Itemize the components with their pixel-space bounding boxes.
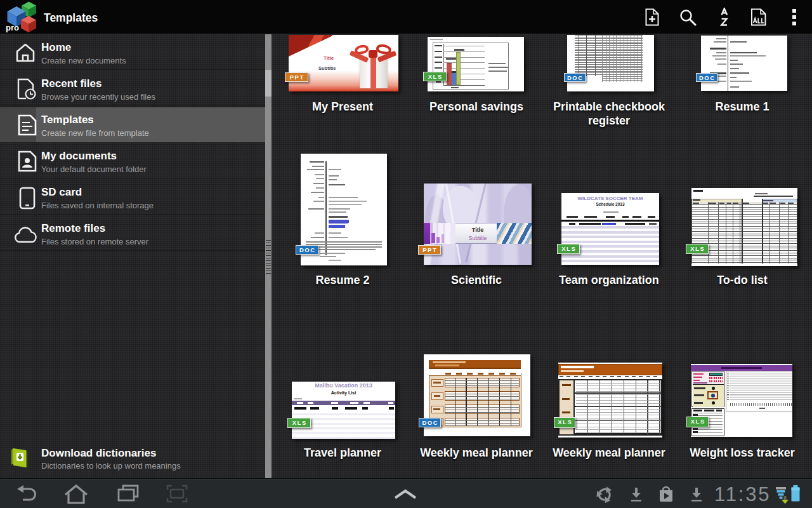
svg-text:pro: pro [6, 23, 19, 32]
